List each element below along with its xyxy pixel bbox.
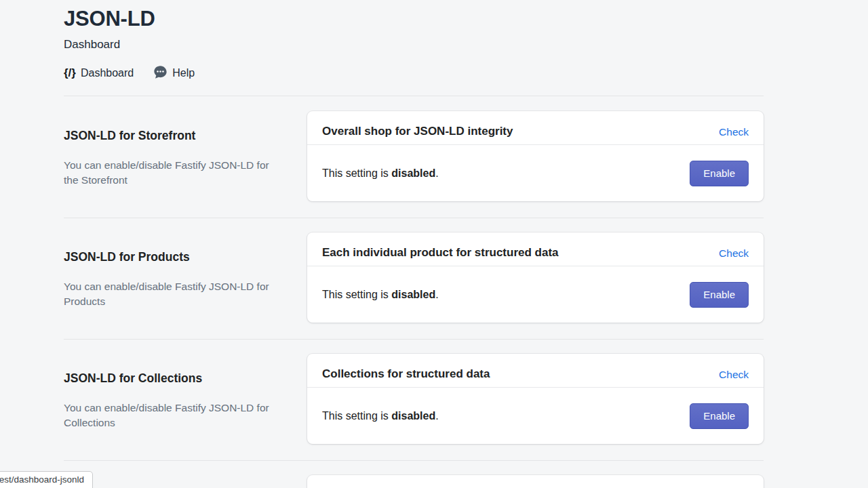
section-partial: [64, 475, 764, 488]
section-divider: [64, 339, 764, 340]
section-annotation: JSON-LD for Storefront You can enable/di…: [64, 111, 291, 201]
header-nav: {/} Dashboard Help: [64, 66, 764, 81]
storefront-card: Overall shop for JSON-LD integrity Check…: [307, 111, 764, 201]
nav-help-label: Help: [172, 67, 195, 79]
section-collections: JSON-LD for Collections You can enable/d…: [64, 354, 764, 444]
check-link[interactable]: Check: [719, 126, 749, 138]
status-bar-url-preview: test/dashboard-jsonld: [0, 471, 93, 488]
status-text: This setting is disabled.: [322, 289, 439, 301]
nav-item-dashboard[interactable]: {/} Dashboard: [64, 66, 134, 80]
card-body: This setting is disabled. Enable: [307, 388, 764, 444]
card-title: Overall shop for JSON-LD integrity: [322, 125, 513, 138]
enable-button[interactable]: Enable: [690, 282, 749, 308]
nav-dashboard-label: Dashboard: [81, 67, 134, 79]
card-title: Each individual product for structured d…: [322, 246, 559, 260]
check-link[interactable]: Check: [719, 247, 749, 260]
status-value: disabled: [391, 289, 435, 300]
section-divider: [64, 218, 764, 218]
status-value: disabled: [391, 410, 435, 422]
status-text: This setting is disabled.: [322, 410, 439, 422]
card-header: Collections for structured data Check: [307, 354, 764, 388]
page-subtitle: Dashboard: [64, 38, 764, 52]
section-heading: JSON-LD for Products: [64, 250, 291, 264]
card-body: This setting is disabled. Enable: [307, 145, 764, 201]
card-title: Collections for structured data: [322, 367, 490, 381]
section-description: You can enable/disable Fastify JSON-LD f…: [64, 158, 281, 187]
page-title: JSON-LD: [64, 8, 764, 29]
card-body: This setting is disabled. Enable: [307, 266, 764, 323]
section-annotation: JSON-LD for Products You can enable/disa…: [64, 232, 291, 323]
products-card: Each individual product for structured d…: [307, 232, 764, 323]
page-content: JSON-LD Dashboard {/} Dashboard Help: [64, 0, 764, 488]
chat-bubble-icon: [153, 65, 167, 82]
section-heading: JSON-LD for Storefront: [64, 129, 291, 142]
header-divider: [64, 96, 764, 96]
check-link[interactable]: Check: [719, 369, 749, 381]
section-storefront: JSON-LD for Storefront You can enable/di…: [64, 111, 764, 201]
enable-button[interactable]: Enable: [690, 161, 749, 186]
collections-card: Collections for structured data Check Th…: [307, 354, 764, 444]
section-description: You can enable/disable Fastify JSON-LD f…: [64, 279, 281, 308]
card-header: Overall shop for JSON-LD integrity Check: [307, 111, 764, 145]
code-braces-icon: {/}: [64, 66, 76, 80]
section-divider: [64, 460, 764, 461]
section-annotation: JSON-LD for Collections You can enable/d…: [64, 354, 291, 444]
status-value: disabled: [391, 167, 435, 179]
card-header: Each individual product for structured d…: [307, 232, 764, 266]
partial-card: [307, 475, 764, 488]
section-products: JSON-LD for Products You can enable/disa…: [64, 232, 764, 323]
status-text: This setting is disabled.: [322, 167, 439, 180]
enable-button[interactable]: Enable: [690, 403, 749, 429]
section-heading: JSON-LD for Collections: [64, 371, 291, 385]
section-description: You can enable/disable Fastify JSON-LD f…: [64, 401, 281, 430]
nav-item-help[interactable]: Help: [153, 65, 195, 82]
